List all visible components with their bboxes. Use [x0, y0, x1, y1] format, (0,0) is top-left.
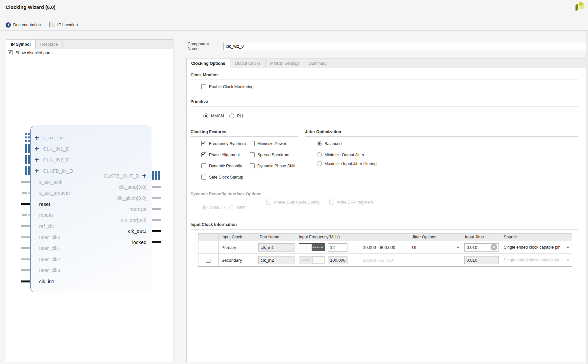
port-label: s_axi_lite — [43, 135, 64, 140]
phase-alignment-checkbox[interactable] — [201, 152, 206, 157]
toolbar-separator — [0, 30, 588, 31]
port-stub-inverted — [20, 188, 30, 198]
tab-resource[interactable]: Resource — [36, 40, 63, 49]
minimize-output-jitter-row: Minimize Output Jitter — [317, 152, 364, 157]
secondary-source-dropdown[interactable]: Single ended clock capable pin — [501, 254, 572, 266]
mmcm-label: MMCM — [211, 114, 224, 118]
header-select — [198, 233, 219, 241]
primary-source-dropdown[interactable]: Single ended clock capable pin — [501, 241, 572, 254]
spread-spectrum-checkbox[interactable] — [250, 152, 255, 157]
toggle-manual-label: MANUAL — [312, 246, 325, 249]
header-port-name: Port Name — [257, 233, 296, 241]
balanced-label: Balanced — [324, 141, 342, 146]
header-jitter-options: Jitter Options — [409, 233, 462, 241]
port-label: CLK_IN1_D — [43, 146, 69, 152]
primary-jitter-options-dropdown[interactable]: UI — [409, 241, 462, 254]
spread-spectrum-label: Spread Spectrum — [257, 153, 289, 157]
phase-duty-cycle-row: Phase Duty Cycle Config Write DRP regist… — [266, 200, 373, 205]
clear-input-jitter-icon[interactable]: ✕ — [491, 244, 497, 251]
dynamic-phase-shift-checkbox[interactable] — [250, 163, 255, 168]
enable-clock-monitoring-checkbox[interactable] — [201, 84, 206, 89]
drp-radio[interactable] — [229, 205, 234, 210]
minimize-power-checkbox[interactable] — [250, 141, 255, 146]
section-divider — [191, 230, 578, 230]
primary-input-clock: Primary — [219, 241, 257, 254]
port-label: user_clk3 — [39, 267, 60, 273]
port-label: locked — [132, 239, 146, 245]
tab-output-clocks[interactable]: Output Clocks — [230, 59, 266, 68]
chevron-down-icon — [567, 259, 569, 261]
tab-ip-symbol[interactable]: IP Symbol — [6, 40, 36, 49]
port-stub — [20, 199, 30, 209]
port-stub — [152, 226, 163, 236]
expand-plus-icon[interactable]: + — [35, 145, 43, 152]
input-clock-table: Input Clock Port Name Input Frequency(MH… — [198, 233, 572, 267]
port-stub — [20, 177, 30, 187]
primary-frequency-range: 10.000 - 800.000 — [360, 241, 409, 254]
documentation-label: Documentation — [13, 23, 41, 27]
header-input-clock: Input Clock — [219, 233, 257, 241]
port-label: user_clk2 — [39, 256, 60, 262]
pll-label: PLL — [237, 114, 244, 118]
port-label: clk_out1 — [128, 228, 146, 234]
invert-bubble-icon — [28, 192, 30, 194]
tab-clocking-options[interactable]: Clocking Options — [187, 59, 230, 68]
secondary-enable-checkbox[interactable] — [206, 258, 211, 263]
documentation-link[interactable]: i Documentation — [6, 22, 41, 28]
expand-plus-icon[interactable]: + — [142, 172, 146, 180]
phase-duty-cycle-label: Phase Duty Cycle Config — [274, 200, 320, 205]
show-disabled-ports-checkbox[interactable] — [8, 50, 13, 55]
port-stub — [152, 204, 163, 214]
clocking-features-title: Clocking Features — [191, 130, 226, 134]
tab-mmcm-settings[interactable]: MMCM Settings — [266, 59, 304, 68]
primary-port-name-cell: clk_in1 — [257, 241, 296, 254]
header-source: Source — [501, 233, 572, 241]
balanced-radio[interactable] — [317, 141, 322, 146]
primary-input-jitter-field[interactable]: 0.010 ✕ — [464, 243, 499, 252]
secondary-select-cell — [198, 254, 219, 266]
enable-clock-monitoring-row: Enable Clock Monitoring — [201, 84, 254, 89]
port-stub-inverted — [20, 210, 30, 220]
phase-duty-cycle-checkbox[interactable] — [266, 200, 271, 205]
port-row: user_clk3 — [31, 265, 151, 276]
maximize-input-jitter-radio[interactable] — [317, 161, 322, 166]
port-stub — [152, 237, 163, 247]
safe-clock-startup-checkbox[interactable] — [201, 175, 206, 180]
port-row: clk_out1 — [31, 226, 151, 237]
dynamic-reconfig-checkbox[interactable] — [201, 163, 206, 168]
axi4lite-label: AXI4Lite — [209, 206, 225, 210]
axi4lite-radio[interactable] — [202, 205, 207, 210]
primary-input-jitter-value: 0.010 — [467, 245, 477, 250]
secondary-frequency-value: 100.000 — [328, 256, 347, 264]
port-row: +CLK_IN1_D — [31, 143, 151, 155]
write-drp-checkbox[interactable] — [329, 200, 334, 205]
minimize-output-jitter-radio[interactable] — [317, 152, 322, 157]
secondary-source-value: Single ended clock capable pin — [504, 258, 560, 262]
mmcm-radio[interactable] — [203, 113, 208, 118]
secondary-frequency-range: 10.000 - 18.750 — [360, 254, 409, 266]
component-name-input[interactable] — [223, 43, 586, 50]
expand-plus-icon[interactable]: + — [35, 156, 43, 163]
frequency-mode-toggle-disabled[interactable]: AUTO — [299, 256, 325, 264]
primary-port-name: clk_in1 — [258, 243, 294, 252]
primitive-options: MMCM PLL — [203, 113, 244, 118]
port-row: clk_glitch[3:0] — [31, 192, 151, 204]
frequency-synthesis-checkbox[interactable] — [201, 141, 206, 146]
pll-radio[interactable] — [229, 113, 234, 118]
port-stub — [20, 232, 30, 242]
port-row: clk_stop[3:0] — [31, 182, 151, 193]
port-label: clk_oor[3:0] — [121, 217, 146, 223]
port-stub — [20, 265, 30, 275]
port-row: +CLK_IN2_D — [31, 154, 151, 165]
jitter-optimization-title: Jitter Optimization — [305, 130, 341, 134]
primary-frequency-input[interactable] — [328, 243, 347, 252]
tab-summary[interactable]: Summary — [304, 59, 331, 68]
secondary-port-name: clk_in2 — [258, 256, 294, 264]
port-label: interrupt — [128, 206, 146, 212]
toolbar: i Documentation IP Location — [6, 21, 78, 29]
ip-location-button[interactable]: IP Location — [49, 23, 78, 27]
table-row-primary: Primary clk_in1 MANUAL 10.000 - 800.000 … — [198, 241, 572, 254]
frequency-mode-toggle[interactable]: MANUAL — [299, 243, 325, 251]
expand-plus-icon[interactable]: + — [35, 134, 43, 141]
port-label: clk_stop[3:0] — [119, 184, 146, 190]
